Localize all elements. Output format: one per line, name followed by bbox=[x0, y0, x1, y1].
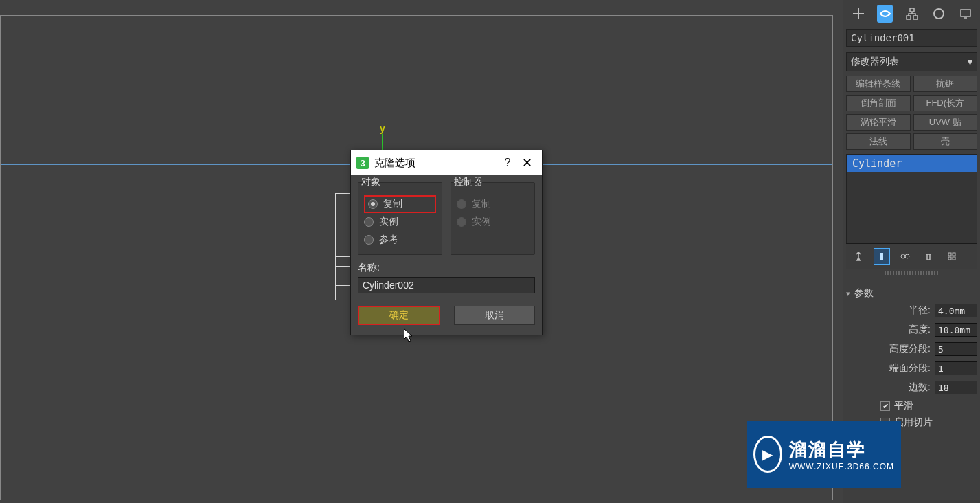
ok-button[interactable]: 确定 bbox=[358, 306, 440, 325]
svg-rect-0 bbox=[910, 8, 914, 12]
param-spinner-cap-segments[interactable]: 1 bbox=[935, 361, 977, 375]
smooth-label: 平滑 bbox=[894, 400, 913, 412]
panel-grip[interactable] bbox=[885, 271, 939, 275]
controller-radio-copy: 复制 bbox=[457, 195, 529, 213]
selected-object-name[interactable]: Cylinder001 bbox=[846, 29, 977, 47]
radio-label: 参考 bbox=[379, 234, 398, 246]
radio-reference[interactable]: 参考 bbox=[364, 231, 436, 249]
svg-point-3 bbox=[934, 9, 944, 19]
modifier-preset-button[interactable]: 壳 bbox=[913, 133, 978, 150]
radio-instance[interactable]: 实例 bbox=[364, 213, 436, 231]
help-button[interactable]: ? bbox=[498, 153, 517, 172]
svg-rect-9 bbox=[953, 253, 955, 256]
param-row-sides: 边数: 18 bbox=[846, 379, 977, 396]
radio-label: 复制 bbox=[472, 198, 491, 210]
modify-tab-icon[interactable] bbox=[877, 5, 893, 23]
svg-rect-2 bbox=[913, 16, 918, 19]
svg-rect-5 bbox=[880, 253, 883, 260]
param-spinner-radius[interactable]: 4.0mm bbox=[935, 304, 977, 317]
object-group-label: 对象 bbox=[358, 176, 383, 188]
param-row-cap-segments: 端面分段: 1 bbox=[846, 360, 977, 377]
object-clone-group: 对象 复制 实例 参考 bbox=[358, 182, 442, 255]
configure-sets-icon[interactable] bbox=[944, 248, 960, 265]
svg-point-6 bbox=[901, 254, 905, 258]
svg-rect-10 bbox=[948, 257, 951, 260]
param-row-height: 高度: 10.0mm bbox=[846, 322, 977, 338]
close-button[interactable]: ✕ bbox=[517, 153, 536, 172]
chevron-down-icon: ▾ bbox=[968, 56, 972, 67]
dialog-body: 对象 复制 实例 参考 控制器 复制 bbox=[351, 175, 542, 335]
svg-rect-1 bbox=[907, 16, 911, 19]
modifier-stack-item[interactable]: Cylinder bbox=[847, 155, 977, 172]
create-tab-icon[interactable] bbox=[850, 5, 866, 23]
smooth-checkbox-row[interactable]: ✔ 平滑 bbox=[846, 400, 977, 412]
radio-icon bbox=[364, 235, 374, 245]
watermark-url: WWW.ZIXUE.3D66.COM bbox=[789, 462, 894, 471]
param-spinner-sides[interactable]: 18 bbox=[935, 381, 977, 394]
modifier-list-dropdown[interactable]: 修改器列表 ▾ bbox=[846, 52, 977, 71]
modifier-preset-button[interactable]: 涡轮平滑 bbox=[846, 114, 911, 131]
param-label: 高度: bbox=[909, 324, 931, 336]
name-label: 名称: bbox=[358, 262, 535, 274]
controller-clone-group: 控制器 复制 实例 bbox=[451, 182, 535, 255]
radio-label: 实例 bbox=[379, 216, 398, 228]
clone-options-dialog: 3 克隆选项 ? ✕ 对象 复制 实例 参考 bbox=[350, 150, 543, 335]
param-label: 边数: bbox=[909, 381, 931, 394]
svg-point-7 bbox=[905, 254, 909, 258]
radio-label: 实例 bbox=[472, 216, 491, 228]
param-row-radius: 半径: 4.0mm bbox=[846, 302, 977, 319]
svg-rect-8 bbox=[948, 253, 951, 256]
radio-icon bbox=[364, 217, 374, 227]
hierarchy-tab-icon[interactable] bbox=[904, 5, 920, 23]
dialog-title: 克隆选项 bbox=[374, 157, 498, 170]
remove-modifier-icon[interactable] bbox=[920, 248, 937, 265]
param-spinner-height[interactable]: 10.0mm bbox=[935, 323, 977, 337]
show-end-result-icon[interactable] bbox=[874, 248, 890, 265]
modifier-stack-toolbar bbox=[846, 243, 977, 269]
svg-rect-11 bbox=[953, 257, 955, 260]
checkbox-icon: ✔ bbox=[880, 401, 890, 411]
motion-tab-icon[interactable] bbox=[931, 5, 946, 23]
modifier-preset-button[interactable]: FFD(长方 bbox=[913, 95, 978, 111]
parameters-rollout-header[interactable]: 参数 bbox=[846, 287, 977, 300]
modifier-preset-button[interactable]: 编辑样条线 bbox=[846, 76, 911, 92]
dialog-titlebar[interactable]: 3 克隆选项 ? ✕ bbox=[351, 150, 542, 175]
radio-copy[interactable]: 复制 bbox=[364, 195, 436, 213]
display-tab-icon[interactable] bbox=[957, 5, 973, 23]
radio-icon bbox=[368, 199, 378, 209]
watermark-title: 溜溜自学 bbox=[789, 438, 894, 462]
modifier-preset-button[interactable]: UVW 贴 bbox=[913, 114, 978, 131]
radio-icon bbox=[457, 217, 466, 227]
modifier-preset-button[interactable]: 倒角剖面 bbox=[846, 95, 911, 111]
param-spinner-height-segments[interactable]: 5 bbox=[935, 342, 977, 356]
make-unique-icon[interactable] bbox=[897, 248, 913, 265]
cancel-button[interactable]: 取消 bbox=[454, 306, 535, 325]
controller-group-label: 控制器 bbox=[451, 176, 486, 188]
watermark: ▶ 溜溜自学 WWW.ZIXUE.3D66.COM bbox=[747, 421, 901, 488]
param-label: 高度分段: bbox=[889, 343, 931, 355]
svg-rect-4 bbox=[961, 10, 970, 16]
app-icon: 3 bbox=[356, 157, 369, 169]
modifier-stack[interactable]: Cylinder bbox=[846, 154, 977, 243]
modifier-preset-button[interactable]: 法线 bbox=[846, 133, 911, 150]
scene-object bbox=[335, 193, 352, 300]
modifier-list-label: 修改器列表 bbox=[851, 56, 899, 68]
grid-line bbox=[1, 67, 832, 67]
rollout-title: 参数 bbox=[854, 287, 874, 300]
play-icon: ▶ bbox=[753, 436, 782, 473]
pin-stack-icon[interactable] bbox=[850, 248, 867, 265]
modifier-preset-grid: 编辑样条线 抗锯 倒角剖面 FFD(长方 涡轮平滑 UVW 贴 法线 壳 bbox=[846, 76, 977, 150]
command-panel-tabs bbox=[843, 0, 980, 25]
modifier-preset-button[interactable]: 抗锯 bbox=[913, 76, 978, 92]
watermark-text: 溜溜自学 WWW.ZIXUE.3D66.COM bbox=[789, 438, 894, 471]
radio-icon bbox=[457, 199, 466, 209]
param-label: 半径: bbox=[909, 304, 931, 317]
controller-radio-instance: 实例 bbox=[457, 213, 529, 231]
clone-name-input[interactable] bbox=[358, 277, 535, 293]
param-label: 端面分段: bbox=[889, 362, 931, 375]
radio-label: 复制 bbox=[383, 198, 402, 210]
param-row-height-segments: 高度分段: 5 bbox=[846, 341, 977, 357]
axis-label-y: y bbox=[380, 123, 385, 134]
